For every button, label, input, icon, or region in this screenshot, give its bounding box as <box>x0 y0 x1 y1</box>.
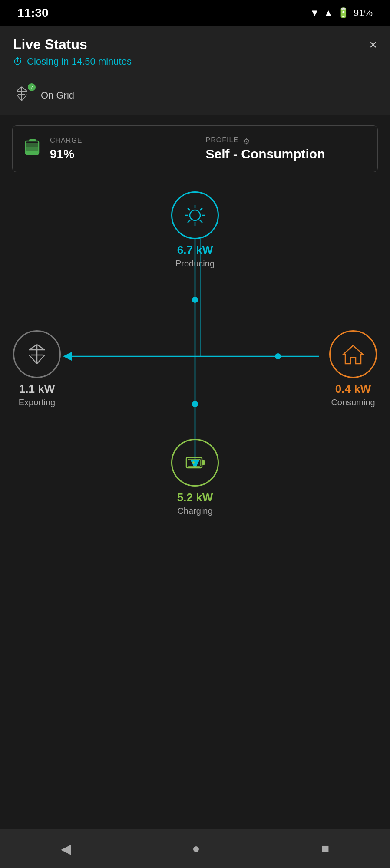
svg-rect-40 <box>202 460 205 465</box>
svg-line-36 <box>29 355 37 364</box>
home-icon-circle <box>329 330 377 378</box>
grid-icon-circle <box>13 330 61 378</box>
battery-icon-circle <box>171 439 219 487</box>
svg-line-29 <box>200 208 202 210</box>
battery-icon-status: 🔋 <box>337 7 349 19</box>
svg-line-30 <box>188 220 190 223</box>
home-kw: 0.4 kW <box>335 382 371 396</box>
grid-status-row: ✓ On Grid <box>0 76 390 115</box>
svg-line-6 <box>22 95 27 101</box>
info-card: CHARGE 91% PROFILE ⚙ Self - Consumption <box>12 125 378 172</box>
page-title: Live Status <box>13 36 87 53</box>
nav-bar: ◀ ● ■ <box>0 829 390 868</box>
status-time: 11:30 <box>17 6 49 20</box>
grid-node: 1.1 kW Exporting <box>13 330 61 408</box>
close-button[interactable]: × <box>369 37 377 52</box>
grid-status-label: On Grid <box>41 90 74 101</box>
solar-label: Producing <box>175 259 215 269</box>
battery-charge-icon <box>23 138 42 161</box>
charge-value: 91% <box>50 147 82 161</box>
svg-point-13 <box>192 297 198 303</box>
svg-marker-38 <box>344 345 363 364</box>
svg-rect-9 <box>26 147 39 151</box>
status-icons: ▼ ▲ 🔋 91% <box>310 7 373 19</box>
svg-line-37 <box>37 355 45 364</box>
signal-icon: ▲ <box>324 7 333 19</box>
grid-check-icon: ✓ <box>28 83 36 91</box>
grid-tower-wrap: ✓ <box>13 85 34 106</box>
home-node: 0.4 kW Consuming <box>329 330 377 408</box>
profile-section: PROFILE ⚙ Self - Consumption <box>195 126 378 172</box>
battery-percentage: 91% <box>354 7 373 19</box>
home-button[interactable]: ● <box>192 841 200 856</box>
svg-point-22 <box>190 210 200 220</box>
recents-button[interactable]: ■ <box>321 841 329 856</box>
charge-label: CHARGE <box>50 137 82 145</box>
svg-line-3 <box>17 87 22 91</box>
svg-line-35 <box>37 345 45 350</box>
header: Live Status × ⏱ Closing in 14.50 minutes <box>0 26 390 76</box>
battery-node: 5.2 kW Charging <box>171 439 219 516</box>
svg-rect-10 <box>26 143 39 147</box>
charge-section: CHARGE 91% <box>13 126 195 172</box>
back-button[interactable]: ◀ <box>61 841 71 856</box>
svg-rect-11 <box>29 139 36 141</box>
clock-icon: ⏱ <box>13 56 23 67</box>
status-bar: 11:30 ▼ ▲ 🔋 91% <box>0 0 390 26</box>
battery-kw: 5.2 kW <box>177 491 213 504</box>
grid-tower-icon <box>13 89 30 105</box>
wifi-icon: ▼ <box>310 7 319 19</box>
solar-icon-circle <box>171 191 219 239</box>
home-label: Consuming <box>331 398 375 408</box>
svg-line-28 <box>200 220 202 223</box>
flow-diagram: 6.7 kW Producing 1.1 kW Exporting 0.4 kW <box>0 183 390 556</box>
closing-text: Closing in 14.50 minutes <box>27 56 132 67</box>
profile-label: PROFILE <box>206 136 238 144</box>
charge-info: CHARGE 91% <box>50 137 82 161</box>
svg-line-4 <box>22 87 27 91</box>
svg-point-19 <box>192 401 198 407</box>
profile-label-row: PROFILE ⚙ <box>206 136 367 147</box>
solar-kw: 6.7 kW <box>177 243 213 257</box>
svg-point-17 <box>275 353 281 359</box>
solar-node: 6.7 kW Producing <box>171 191 219 269</box>
svg-rect-8 <box>26 151 39 154</box>
gear-icon[interactable]: ⚙ <box>243 137 250 146</box>
header-top: Live Status × <box>13 36 377 53</box>
battery-label: Charging <box>177 506 212 516</box>
header-subtitle: ⏱ Closing in 14.50 minutes <box>13 56 377 67</box>
grid-kw: 1.1 kW <box>19 382 55 396</box>
svg-line-5 <box>17 95 22 101</box>
svg-marker-15 <box>63 352 72 361</box>
svg-line-27 <box>188 208 190 210</box>
svg-line-34 <box>29 345 37 350</box>
grid-label: Exporting <box>19 398 56 408</box>
profile-value: Self - Consumption <box>206 147 367 161</box>
